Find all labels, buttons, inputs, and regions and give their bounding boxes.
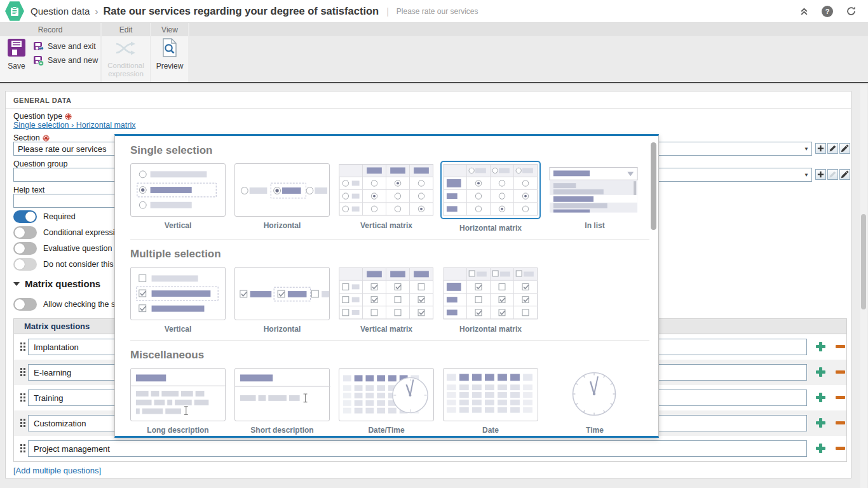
tile-preview [234, 163, 330, 217]
preview-button[interactable]: Preview [151, 36, 188, 71]
toggle-row: Conditional expression [13, 226, 123, 240]
popup-scrollbar-thumb[interactable] [651, 142, 656, 230]
tile-label: In list [547, 221, 642, 230]
drag-handle-icon[interactable] [20, 419, 25, 427]
tile-preview [130, 163, 226, 217]
view-group-body: Preview [151, 36, 188, 82]
remove-row-button[interactable] [836, 370, 845, 374]
toggle-row: Required [13, 210, 76, 224]
preview-icon [162, 38, 177, 57]
ribbon-group-record: Record [0, 23, 100, 36]
question-type-tile-list-radio-h[interactable]: Horizontal [234, 163, 330, 233]
page-subtitle: Please rate our services [397, 7, 478, 16]
tile-label: Horizontal matrix [443, 325, 538, 334]
question-type-label: Question type [13, 112, 72, 121]
general-data-heading: GENERAL DATA [13, 97, 72, 104]
add-row-button[interactable] [816, 418, 825, 428]
question-type-tile-longdesc[interactable]: Long description [130, 368, 226, 435]
remove-row-button[interactable] [836, 447, 845, 450]
question-type-tile-list-check-v[interactable]: Vertical [130, 267, 226, 334]
tile-preview [339, 163, 434, 217]
toggle-label: Conditional expression [43, 228, 123, 237]
toggle-off[interactable] [13, 242, 37, 255]
shuffle-icon [115, 40, 137, 57]
dropdown-arrow-icon[interactable]: ▼ [801, 146, 811, 152]
save-button[interactable]: Save [3, 38, 31, 71]
section-edit-button[interactable] [827, 143, 838, 154]
add-row-button[interactable] [816, 367, 825, 377]
scrollbar-thumb[interactable] [861, 214, 866, 309]
tile-label: Date [443, 426, 538, 435]
add-row-button[interactable] [816, 444, 825, 453]
tile-preview [234, 368, 330, 421]
clipboard-icon [10, 6, 19, 17]
save-and-new-button[interactable]: Save and new [33, 54, 98, 67]
allow-checking-toggle[interactable] [13, 298, 37, 311]
drag-handle-icon[interactable] [20, 368, 25, 376]
title-separator: | [386, 6, 389, 17]
tile-preview [130, 368, 226, 421]
breadcrumb[interactable]: Question data [31, 6, 90, 17]
conditional-expression-label-1: Conditional [102, 62, 150, 70]
question-type-tile-list-check-h[interactable]: Horizontal [234, 267, 330, 334]
question-type-tile-shortdesc[interactable]: Short description [234, 368, 330, 435]
tile-label: Time [547, 426, 642, 435]
question-group-add-button[interactable] [815, 169, 826, 180]
question-type-tile-date[interactable]: Date [443, 368, 538, 435]
question-type-tile-datetime[interactable]: Date/Time [339, 368, 434, 435]
save-and-exit-button[interactable]: Save and exit [33, 40, 96, 53]
drag-handle-icon[interactable] [20, 342, 25, 351]
matrix-question-input[interactable] [28, 440, 807, 457]
tile-preview [547, 163, 642, 217]
toggle-off[interactable] [13, 226, 37, 239]
refresh-icon[interactable] [846, 6, 857, 17]
question-type-tile-matrix-radio-v[interactable]: Vertical matrix [339, 163, 434, 233]
breadcrumb-chevron: › [95, 6, 98, 17]
add-multiple-questions-link[interactable]: [Add multiple questions] [13, 466, 101, 475]
toggle-label: Required [43, 212, 76, 221]
question-type-link[interactable]: Single selection › Horizontal matrix [13, 121, 135, 130]
ribbon-strip-filler [189, 23, 868, 36]
question-group-clean-button[interactable] [839, 169, 850, 180]
toggle-off[interactable] [13, 258, 37, 271]
add-row-button[interactable] [816, 393, 825, 402]
question-type-tile-matrix-radio-h[interactable]: Horizontal matrix [443, 163, 538, 233]
remove-row-button[interactable] [836, 421, 845, 424]
collapse-triangle-icon [13, 282, 20, 286]
tile-label: Short description [234, 426, 330, 435]
section-clean-button[interactable] [839, 143, 850, 154]
add-row-button[interactable] [816, 342, 825, 351]
matrix-question-row [14, 436, 846, 461]
toggle-on[interactable] [13, 210, 37, 223]
question-type-popup: Single selectionVerticalHorizontalVertic… [114, 134, 659, 438]
matrix-questions-heading[interactable]: Matrix questions [13, 278, 100, 289]
question-type-tile-matrix-check-v[interactable]: Vertical matrix [339, 267, 434, 334]
tile-preview [339, 368, 434, 421]
remove-row-button[interactable] [836, 396, 845, 399]
question-type-tile-list-radio-v[interactable]: Vertical [130, 163, 226, 233]
collapse-icon[interactable] [799, 6, 809, 16]
tile-label: Horizontal [234, 325, 330, 334]
page-scrollbar[interactable] [860, 85, 867, 488]
question-type-tile-inlist[interactable]: In list [547, 163, 642, 233]
save-new-icon [33, 55, 44, 66]
help-icon[interactable]: ? [822, 6, 833, 17]
save-and-exit-label: Save and exit [48, 42, 96, 51]
section-add-button[interactable] [815, 143, 826, 154]
preview-label: Preview [151, 62, 188, 71]
drag-handle-icon[interactable] [20, 393, 25, 402]
popup-section: MiscellaneousLong descriptionShort descr… [130, 341, 649, 438]
conditional-expression-button: Conditional expression [102, 36, 150, 78]
question-type-tile-matrix-check-h[interactable]: Horizontal matrix [443, 267, 538, 334]
dropdown-arrow-icon[interactable]: ▼ [801, 172, 811, 178]
question-type-tile-time[interactable]: Time [547, 368, 642, 435]
popup-section: Multiple selectionVerticalHorizontalVert… [130, 240, 649, 341]
tile-label: Horizontal matrix [443, 224, 538, 233]
app-logo-icon [5, 1, 24, 22]
section-label: Section [13, 133, 50, 142]
remove-row-button[interactable] [836, 345, 845, 348]
drag-handle-icon[interactable] [20, 444, 25, 452]
popup-section-title: Multiple selection [130, 248, 649, 261]
tile-preview [339, 267, 434, 320]
ribbon-group-view: View [151, 23, 188, 36]
